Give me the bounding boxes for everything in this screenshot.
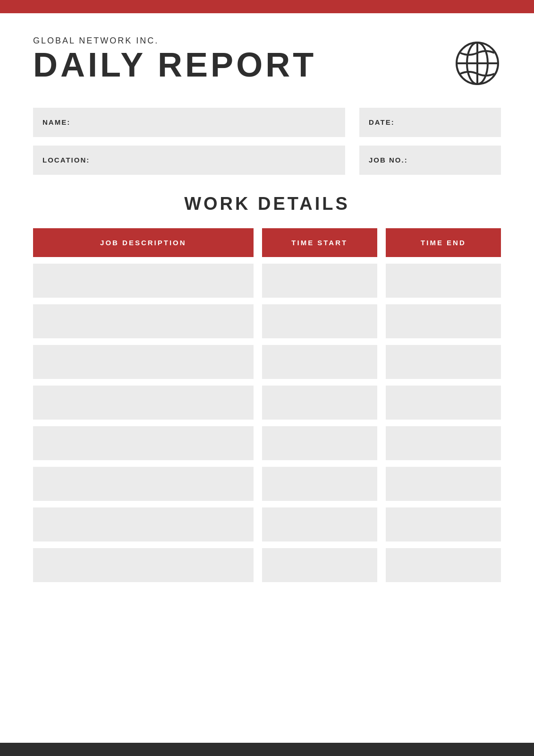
globe-icon [454, 36, 501, 89]
time-start-cell[interactable] [262, 507, 377, 541]
bottom-bar [0, 743, 534, 756]
header-left: GLOBAL NETWORK INC. DAILY REPORT [33, 36, 316, 82]
report-title: DAILY REPORT [33, 48, 316, 82]
time-start-header: TIME START [262, 228, 377, 257]
date-field[interactable]: DATE: [359, 108, 501, 137]
jobno-field[interactable]: JOB NO.: [359, 146, 501, 175]
table-row [33, 426, 501, 460]
time-start-cell[interactable] [262, 345, 377, 379]
location-field[interactable]: LOCATION: [33, 146, 345, 175]
table-row [33, 304, 501, 338]
jobno-label: JOB NO.: [369, 156, 408, 164]
job-cell[interactable] [33, 386, 254, 420]
name-field[interactable]: NAME: [33, 108, 345, 137]
location-label: LOCATION: [42, 156, 90, 164]
time-start-cell[interactable] [262, 304, 377, 338]
job-cell[interactable] [33, 345, 254, 379]
time-end-cell[interactable] [386, 345, 501, 379]
top-bar [0, 0, 534, 13]
time-end-cell[interactable] [386, 548, 501, 582]
job-cell[interactable] [33, 548, 254, 582]
form-row-1: NAME: DATE: [33, 108, 501, 137]
job-cell[interactable] [33, 467, 254, 501]
form-row-2: LOCATION: JOB NO.: [33, 146, 501, 175]
table-row [33, 345, 501, 379]
time-end-cell[interactable] [386, 264, 501, 298]
time-start-cell[interactable] [262, 386, 377, 420]
job-cell[interactable] [33, 264, 254, 298]
table-row [33, 548, 501, 582]
table-row [33, 264, 501, 298]
time-end-cell[interactable] [386, 304, 501, 338]
job-cell[interactable] [33, 426, 254, 460]
table-body [33, 264, 501, 582]
time-start-cell[interactable] [262, 548, 377, 582]
time-end-cell[interactable] [386, 386, 501, 420]
job-cell[interactable] [33, 304, 254, 338]
job-cell[interactable] [33, 507, 254, 541]
name-label: NAME: [42, 118, 70, 126]
time-start-cell[interactable] [262, 264, 377, 298]
work-details-section: WORK DETAILS JOB DESCRIPTION TIME START … [33, 194, 501, 582]
time-end-header: TIME END [386, 228, 501, 257]
table-header: JOB DESCRIPTION TIME START TIME END [33, 228, 501, 257]
company-name: GLOBAL NETWORK INC. [33, 36, 316, 46]
time-end-cell[interactable] [386, 467, 501, 501]
table-row [33, 467, 501, 501]
time-start-cell[interactable] [262, 426, 377, 460]
table-row [33, 507, 501, 541]
time-end-cell[interactable] [386, 507, 501, 541]
header: GLOBAL NETWORK INC. DAILY REPORT [33, 36, 501, 89]
time-start-cell[interactable] [262, 467, 377, 501]
table-row [33, 386, 501, 420]
work-details-title: WORK DETAILS [33, 194, 501, 214]
time-end-cell[interactable] [386, 426, 501, 460]
job-description-header: JOB DESCRIPTION [33, 228, 254, 257]
date-label: DATE: [369, 118, 395, 126]
form-section: NAME: DATE: LOCATION: JOB NO.: [33, 108, 501, 175]
